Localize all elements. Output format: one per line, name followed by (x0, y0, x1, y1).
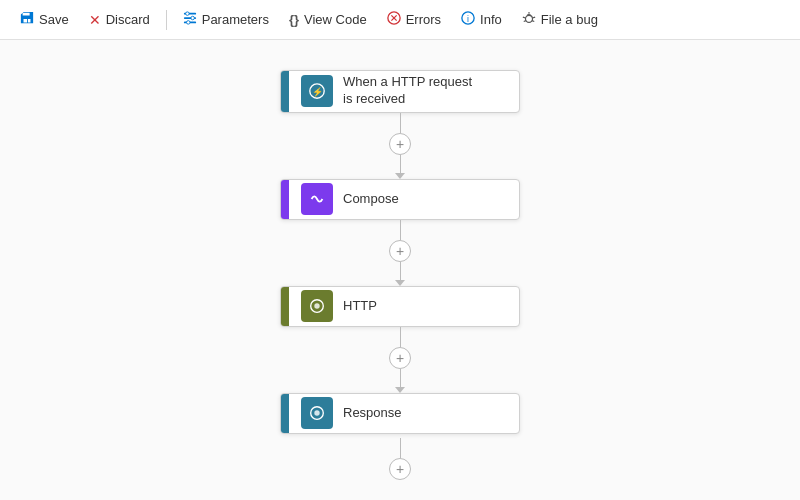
connector-bottom-plus[interactable]: + (389, 458, 411, 480)
node-response-color-bar (281, 394, 289, 433)
connector-1: + (389, 113, 411, 179)
toolbar: Save ✕ Discard Parameters {} View Code E… (0, 0, 800, 40)
svg-line-13 (523, 17, 526, 18)
connector-2: + (389, 220, 411, 286)
flow-container: ⚡ When a HTTP requestis received + (280, 60, 520, 480)
node-compose-color-bar (281, 180, 289, 219)
save-label: Save (39, 12, 69, 27)
node-http-title: HTTP (343, 298, 377, 315)
connector-3-arrow (395, 387, 405, 393)
svg-line-16 (532, 21, 534, 22)
compose-icon (308, 190, 326, 208)
file-bug-label: File a bug (541, 12, 598, 27)
errors-icon (387, 11, 401, 28)
node-trigger-body: ⚡ When a HTTP requestis received (289, 71, 519, 112)
connector-3-line-top (400, 327, 401, 347)
svg-point-20 (314, 304, 319, 309)
svg-text:i: i (467, 14, 469, 24)
parameters-button[interactable]: Parameters (175, 7, 277, 32)
save-button[interactable]: Save (12, 7, 77, 32)
svg-point-5 (186, 21, 190, 25)
connector-1-arrow (395, 173, 405, 179)
node-trigger-color-bar (281, 71, 289, 112)
connector-2-plus[interactable]: + (389, 240, 411, 262)
node-trigger[interactable]: ⚡ When a HTTP requestis received (280, 70, 520, 113)
connector-1-plus[interactable]: + (389, 133, 411, 155)
connector-2-line-top (400, 220, 401, 240)
connector-3: + (389, 327, 411, 393)
svg-point-4 (191, 16, 195, 20)
discard-button[interactable]: ✕ Discard (81, 8, 158, 32)
info-button[interactable]: i Info (453, 7, 510, 32)
node-response-body: Response (289, 394, 519, 433)
node-response[interactable]: Response (280, 393, 520, 434)
node-http-color-bar (281, 287, 289, 326)
connector-bottom: + (389, 438, 411, 480)
svg-point-11 (525, 15, 532, 22)
view-code-label: View Code (304, 12, 367, 27)
node-response-icon-box (301, 397, 333, 429)
parameters-icon (183, 11, 197, 28)
errors-button[interactable]: Errors (379, 7, 449, 32)
view-code-button[interactable]: {} View Code (281, 8, 375, 31)
response-icon (308, 404, 326, 422)
info-label: Info (480, 12, 502, 27)
connector-3-plus[interactable]: + (389, 347, 411, 369)
node-compose-title: Compose (343, 191, 399, 208)
svg-point-22 (314, 411, 319, 416)
info-icon: i (461, 11, 475, 28)
svg-text:⚡: ⚡ (312, 86, 324, 98)
errors-label: Errors (406, 12, 441, 27)
node-compose[interactable]: Compose (280, 179, 520, 220)
http-trigger-icon: ⚡ (308, 82, 326, 100)
http-icon (308, 297, 326, 315)
node-compose-body: Compose (289, 180, 519, 219)
file-bug-icon (522, 11, 536, 28)
discard-label: Discard (106, 12, 150, 27)
toolbar-separator-1 (166, 10, 167, 30)
svg-point-3 (185, 12, 189, 16)
node-trigger-icon-box: ⚡ (301, 75, 333, 107)
connector-3-line-bottom (400, 369, 401, 389)
node-http-body: HTTP (289, 287, 519, 326)
save-icon (20, 11, 34, 28)
svg-line-14 (532, 17, 535, 18)
connector-1-line-bottom (400, 155, 401, 175)
node-compose-icon-box (301, 183, 333, 215)
node-http-icon-box (301, 290, 333, 322)
view-code-icon: {} (289, 12, 299, 27)
parameters-label: Parameters (202, 12, 269, 27)
connector-1-line-top (400, 113, 401, 133)
connector-bottom-line (400, 438, 401, 458)
node-trigger-title: When a HTTP requestis received (343, 74, 472, 108)
node-http[interactable]: HTTP (280, 286, 520, 327)
node-response-title: Response (343, 405, 402, 422)
discard-icon: ✕ (89, 12, 101, 28)
svg-line-15 (524, 21, 526, 22)
file-bug-button[interactable]: File a bug (514, 7, 606, 32)
connector-2-line-bottom (400, 262, 401, 282)
flow-canvas: ⚡ When a HTTP requestis received + (0, 40, 800, 500)
connector-2-arrow (395, 280, 405, 286)
